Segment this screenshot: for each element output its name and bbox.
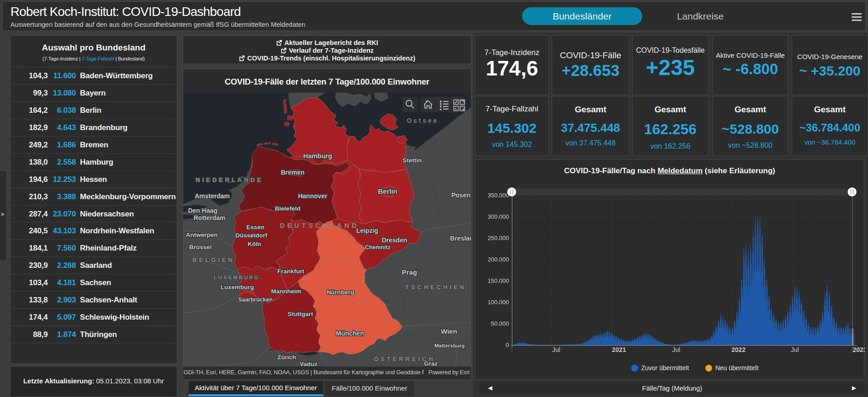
svg-text:Amsterdam: Amsterdam xyxy=(195,192,229,200)
svg-text:0: 0 xyxy=(506,342,509,348)
svg-text:300.000: 300.000 xyxy=(488,213,509,220)
svg-text:Jul: Jul xyxy=(552,346,560,353)
svg-text:Bielefeld: Bielefeld xyxy=(275,205,300,212)
svg-text:Mattersburg: Mattersburg xyxy=(434,343,464,348)
svg-text:Bremen: Bremen xyxy=(281,169,304,176)
svg-text:100.000: 100.000 xyxy=(488,299,509,306)
svg-text:Prag: Prag xyxy=(402,268,417,276)
svg-text:Essen: Essen xyxy=(246,224,264,231)
svg-text:Düsseldorf: Düsseldorf xyxy=(235,232,268,239)
svg-text:2021: 2021 xyxy=(612,346,626,353)
svg-text:Stuttgart: Stuttgart xyxy=(288,311,314,317)
svg-text:BELGIEN: BELGIEN xyxy=(193,256,235,263)
svg-text:Chemnitz: Chemnitz xyxy=(365,244,390,251)
svg-text:LUXEMBURG: LUXEMBURG xyxy=(214,275,259,280)
svg-text:50.000: 50.000 xyxy=(491,320,509,327)
svg-text:350.000: 350.000 xyxy=(488,192,509,199)
svg-text:Vaduz: Vaduz xyxy=(299,361,317,367)
svg-text:Breslau: Breslau xyxy=(450,235,471,242)
svg-text:ÖSTERREICH: ÖSTERREICH xyxy=(374,356,435,362)
svg-text:Brüssel: Brüssel xyxy=(189,244,212,251)
svg-text:150.000: 150.000 xyxy=(488,277,509,284)
svg-text:Zürich: Zürich xyxy=(277,354,296,361)
svg-text:TSCHECHIEN: TSCHECHIEN xyxy=(405,284,467,291)
svg-text:DEUTSCHLAND: DEUTSCHLAND xyxy=(280,221,359,229)
svg-text:Posen: Posen xyxy=(451,191,470,199)
svg-text:Antwerpen: Antwerpen xyxy=(186,231,218,238)
svg-text:Nürnberg: Nürnberg xyxy=(327,289,354,296)
svg-text:Hannover: Hannover xyxy=(298,192,328,200)
svg-text:Berlin: Berlin xyxy=(378,187,398,195)
svg-text:Hamburg: Hamburg xyxy=(303,152,332,160)
svg-text:Jul: Jul xyxy=(791,346,799,353)
svg-text:Leipzig: Leipzig xyxy=(356,227,378,234)
svg-text:München: München xyxy=(336,330,364,337)
svg-text:Den Haag: Den Haag xyxy=(188,207,218,214)
svg-text:Rotterdam: Rotterdam xyxy=(194,214,225,221)
svg-text:2022: 2022 xyxy=(731,346,745,353)
svg-text:2023: 2023 xyxy=(853,346,865,353)
svg-text:Mannheim: Mannheim xyxy=(271,288,302,295)
svg-text:Ostsee: Ostsee xyxy=(407,117,439,124)
svg-text:NIEDERLANDE: NIEDERLANDE xyxy=(196,176,264,183)
svg-text:Stettin: Stettin xyxy=(403,157,422,164)
svg-text:Jul: Jul xyxy=(672,346,680,353)
svg-text:Dresden: Dresden xyxy=(382,236,407,244)
svg-text:Wien: Wien xyxy=(441,327,457,335)
svg-text:200.000: 200.000 xyxy=(488,256,509,263)
svg-text:Luxemburg: Luxemburg xyxy=(220,284,254,291)
svg-text:Köln: Köln xyxy=(248,241,261,247)
svg-text:Saarbrücken: Saarbrücken xyxy=(238,296,273,303)
svg-text:250.000: 250.000 xyxy=(488,235,509,241)
svg-text:Frankfurt: Frankfurt xyxy=(277,268,304,275)
